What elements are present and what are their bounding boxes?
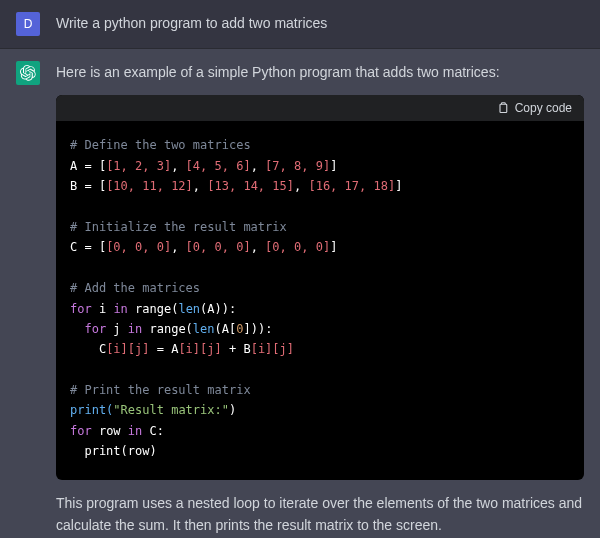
user-message-text: Write a python program to add two matric…: [56, 12, 584, 34]
user-avatar: D: [16, 12, 40, 36]
clipboard-icon: [497, 101, 509, 115]
code-block: Copy code # Define the two matrices A = …: [56, 95, 584, 479]
assistant-message-row: Here is an example of a simple Python pr…: [0, 49, 600, 538]
user-message-row: D Write a python program to add two matr…: [0, 0, 600, 49]
svg-rect-0: [500, 105, 507, 113]
assistant-intro-text: Here is an example of a simple Python pr…: [56, 61, 584, 83]
copy-code-button[interactable]: Copy code: [497, 101, 572, 115]
assistant-avatar: [16, 61, 40, 85]
assistant-outro-text: This program uses a nested loop to itera…: [56, 492, 584, 537]
assistant-message: Here is an example of a simple Python pr…: [56, 61, 584, 536]
openai-logo-icon: [20, 65, 36, 81]
code-header: Copy code: [56, 95, 584, 121]
code-content: # Define the two matrices A = [[1, 2, 3]…: [56, 121, 584, 479]
copy-code-label: Copy code: [515, 101, 572, 115]
